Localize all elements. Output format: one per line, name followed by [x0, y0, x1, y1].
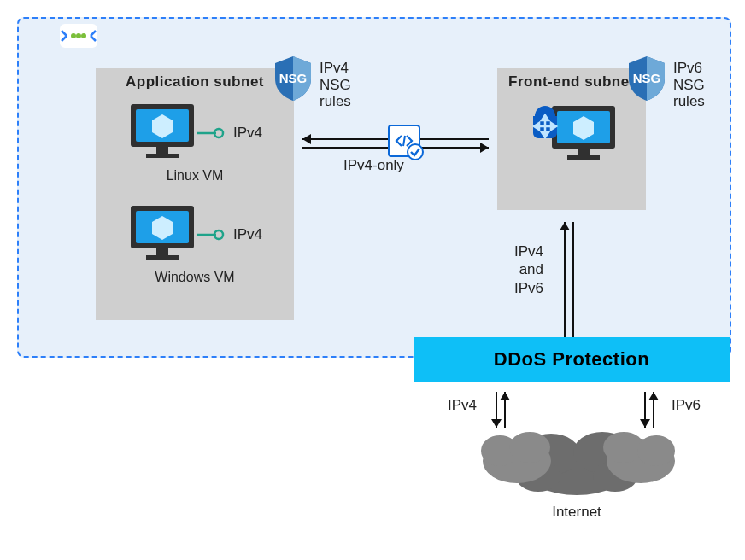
nic-indicator: IPv4 — [197, 226, 262, 243]
nic-indicator: IPv4 — [197, 125, 262, 142]
nsg-rules-label: IPv4 NSG rules — [320, 60, 351, 110]
link-front-ddos-label: IPv4 and IPv6 — [514, 242, 543, 297]
svg-point-2 — [81, 33, 86, 38]
svg-marker-32 — [302, 134, 311, 144]
nic-proto-label: IPv4 — [233, 125, 262, 142]
frontend-subnet-title: Front-end subnet — [508, 68, 635, 90]
shield-icon: NSG — [625, 55, 668, 107]
application-subnet: Application subnet — [96, 68, 294, 320]
vm-label: Windows VM — [155, 270, 234, 285]
svg-point-1 — [76, 33, 81, 38]
svg-rect-27 — [578, 149, 590, 155]
svg-line-35 — [403, 136, 405, 146]
virtual-network: Application subnet — [17, 17, 731, 358]
shield-icon: NSG — [272, 55, 314, 107]
vnet-peering-icon — [60, 24, 97, 48]
nsg-frontend: NSG IPv6 NSG rules — [625, 55, 705, 110]
ddos-internet-left-label: IPv4 — [448, 397, 477, 414]
svg-marker-34 — [480, 143, 489, 153]
svg-rect-28 — [567, 155, 600, 160]
svg-marker-43 — [500, 392, 510, 400]
internet-label: Internet — [478, 504, 675, 521]
link-app-front-label: IPv4-only — [343, 157, 404, 174]
vm-icon — [127, 202, 197, 266]
link-front-ddos — [555, 212, 581, 357]
vm-icon — [127, 101, 197, 165]
svg-marker-37 — [560, 222, 570, 230]
vm-windows: IPv4 Windows VM — [127, 202, 262, 285]
svg-rect-14 — [146, 255, 179, 260]
svg-rect-6 — [156, 147, 168, 154]
frontend-vm — [525, 102, 619, 166]
ddos-protection: DDoS Protection — [414, 337, 730, 382]
svg-point-0 — [71, 33, 76, 38]
svg-rect-13 — [156, 248, 168, 255]
internet: Internet — [478, 410, 675, 529]
frontend-subnet: Front-end subnet — [497, 68, 646, 210]
svg-point-58 — [637, 435, 675, 466]
load-balancer-icon — [526, 101, 564, 146]
vm-linux: IPv4 Linux VM — [127, 101, 262, 184]
svg-rect-7 — [146, 154, 179, 158]
svg-text:NSG: NSG — [633, 71, 661, 85]
ddos-title: DDoS Protection — [494, 348, 649, 370]
app-endpoint-icon — [388, 125, 420, 157]
ddos-internet-right-label: IPv6 — [672, 397, 701, 414]
svg-marker-47 — [648, 392, 659, 400]
nsg-app: NSG IPv4 NSG rules — [272, 55, 351, 110]
nic-proto-label: IPv4 — [233, 226, 262, 243]
vm-label: Linux VM — [167, 168, 224, 184]
application-subnet-title: Application subnet — [126, 68, 264, 90]
svg-point-55 — [509, 432, 550, 463]
nsg-rules-label: IPv6 NSG rules — [673, 60, 705, 110]
svg-text:NSG: NSG — [279, 71, 308, 85]
